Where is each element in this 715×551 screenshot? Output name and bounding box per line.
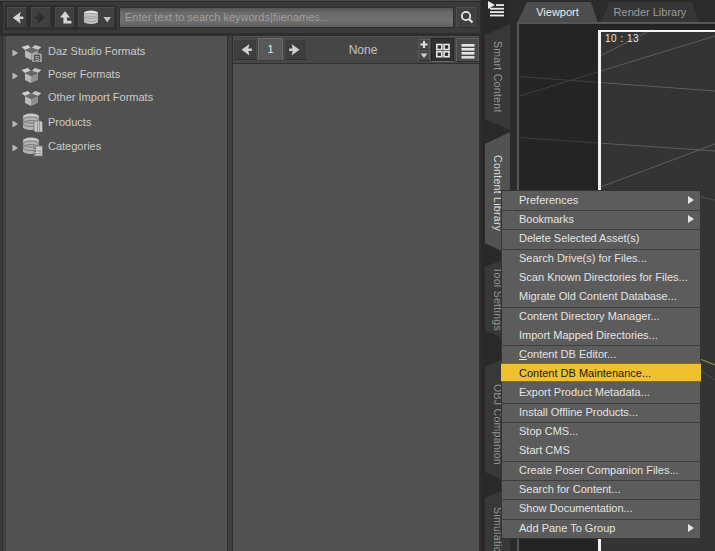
svg-text:S: S bbox=[35, 55, 40, 62]
